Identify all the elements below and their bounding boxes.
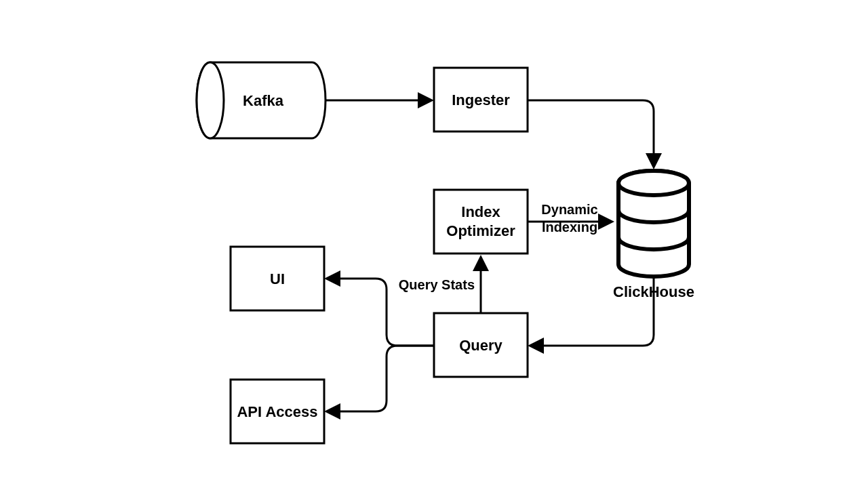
ui-label: UI — [270, 270, 285, 287]
architecture-diagram: Kafka Ingester ClickHouse Index Optimize… — [0, 0, 868, 488]
svg-point-2 — [618, 171, 689, 195]
indexopt-label-1: Index — [461, 203, 500, 220]
node-kafka: Kafka — [197, 62, 326, 138]
edge-ingester-clickhouse — [528, 100, 654, 167]
node-api-access: API Access — [231, 380, 324, 443]
svg-point-0 — [197, 62, 224, 138]
edge-indexopt-clickhouse: Dynamic Indexing — [528, 202, 612, 235]
node-index-optimizer: Index Optimizer — [434, 190, 528, 253]
node-ingester: Ingester — [434, 68, 528, 131]
dynamic-indexing-label-2: Indexing — [542, 220, 597, 235]
node-query: Query — [434, 313, 528, 377]
node-ui: UI — [231, 247, 324, 310]
edge-query-indexopt: Query Stats — [399, 258, 481, 313]
ingester-label: Ingester — [452, 92, 510, 108]
indexopt-label-2: Optimizer — [446, 222, 515, 239]
kafka-label: Kafka — [243, 92, 284, 109]
edge-query-api — [327, 346, 434, 411]
svg-rect-3 — [434, 190, 528, 253]
query-stats-label: Query Stats — [399, 277, 475, 292]
query-label: Query — [459, 337, 502, 354]
db-stack-icon — [618, 171, 689, 277]
dynamic-indexing-label-1: Dynamic — [541, 202, 597, 217]
api-label: API Access — [237, 403, 317, 420]
